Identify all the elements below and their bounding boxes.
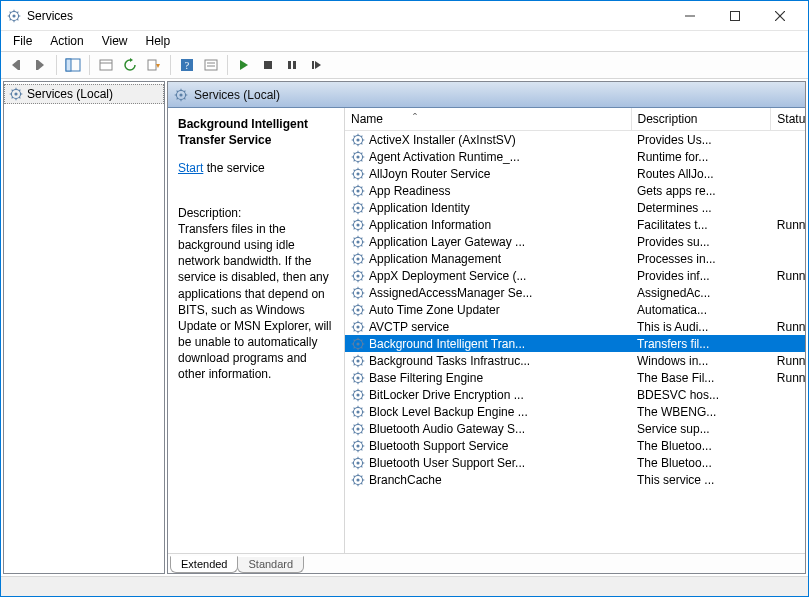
service-name: Agent Activation Runtime_... — [369, 150, 625, 164]
service-row-icon — [351, 456, 365, 470]
service-status — [771, 403, 805, 420]
service-row-icon — [351, 337, 365, 351]
service-row-icon — [351, 405, 365, 419]
menu-file[interactable]: File — [5, 32, 40, 50]
table-row[interactable]: Bluetooth Support ServiceThe Bluetoo...M… — [345, 437, 805, 454]
service-name: Bluetooth Support Service — [369, 439, 625, 453]
toolbar-properties-button[interactable] — [200, 54, 222, 76]
service-row-icon — [351, 439, 365, 453]
svg-marker-35 — [315, 61, 321, 69]
service-description: Gets apps re... — [631, 182, 771, 199]
properties-button[interactable] — [95, 54, 117, 76]
service-status — [771, 148, 805, 165]
maximize-button[interactable] — [712, 1, 757, 30]
table-row[interactable]: Base Filtering EngineThe Base Fil...Runn… — [345, 369, 805, 386]
sort-arrow-icon: ˆ — [413, 112, 417, 126]
table-row[interactable]: Auto Time Zone UpdaterAutomatica...Disab… — [345, 301, 805, 318]
forward-button[interactable] — [29, 54, 51, 76]
service-status: Running — [771, 267, 805, 284]
svg-rect-19 — [66, 59, 71, 71]
tab-extended[interactable]: Extended — [170, 556, 238, 573]
service-name: ActiveX Installer (AxInstSV) — [369, 133, 625, 147]
table-row[interactable]: Agent Activation Runtime_...Runtime for.… — [345, 148, 805, 165]
pause-service-button[interactable] — [281, 54, 303, 76]
services-list[interactable]: Nameˆ Description Status Startup Type Lo… — [345, 108, 805, 553]
table-row[interactable]: Application ManagementProcesses in...Man… — [345, 250, 805, 267]
close-button[interactable] — [757, 1, 802, 30]
table-row[interactable]: ActiveX Installer (AxInstSV)Provides Us.… — [345, 131, 805, 149]
minimize-button[interactable] — [667, 1, 712, 30]
service-description: BDESVC hos... — [631, 386, 771, 403]
col-name[interactable]: Nameˆ — [345, 108, 631, 131]
service-row-icon — [351, 150, 365, 164]
service-status — [771, 284, 805, 301]
description-label: Description: — [178, 205, 334, 221]
table-row[interactable]: Background Intelligent Tran...Transfers … — [345, 335, 805, 352]
table-row[interactable]: AssignedAccessManager Se...AssignedAc...… — [345, 284, 805, 301]
table-row[interactable]: Application Layer Gateway ...Provides su… — [345, 233, 805, 250]
service-name: Application Management — [369, 252, 625, 266]
show-hide-tree-button[interactable] — [62, 54, 84, 76]
view-tabs: Extended Standard — [168, 553, 805, 573]
service-description: Facilitates t... — [631, 216, 771, 233]
console-tree[interactable]: Services (Local) — [3, 81, 165, 574]
table-row[interactable]: BranchCacheThis service ...ManualNetw — [345, 471, 805, 488]
table-row[interactable]: BitLocker Drive Encryption ...BDESVC hos… — [345, 386, 805, 403]
service-detail-pane: Background Intelligent Transfer Service … — [168, 108, 344, 553]
service-description: Runtime for... — [631, 148, 771, 165]
menu-action[interactable]: Action — [42, 32, 91, 50]
stop-service-button[interactable] — [257, 54, 279, 76]
back-button[interactable] — [5, 54, 27, 76]
service-status — [771, 471, 805, 488]
service-name: App Readiness — [369, 184, 625, 198]
svg-rect-23 — [148, 60, 156, 70]
service-status — [771, 250, 805, 267]
table-row[interactable]: Bluetooth Audio Gateway S...Service sup.… — [345, 420, 805, 437]
service-description: Transfers fil... — [631, 335, 771, 352]
menu-help[interactable]: Help — [138, 32, 179, 50]
service-description: Provides su... — [631, 233, 771, 250]
service-description: Service sup... — [631, 420, 771, 437]
services-app-icon — [7, 8, 21, 24]
table-row[interactable]: Bluetooth User Support Ser...The Bluetoo… — [345, 454, 805, 471]
service-status — [771, 454, 805, 471]
service-row-icon — [351, 388, 365, 402]
service-status — [771, 301, 805, 318]
table-row[interactable]: Application IdentityDetermines ...Manual… — [345, 199, 805, 216]
tree-item-services-local[interactable]: Services (Local) — [4, 84, 164, 104]
help-button[interactable]: ? — [176, 54, 198, 76]
toolbar: ? — [1, 51, 808, 79]
export-list-button[interactable] — [143, 54, 165, 76]
table-row[interactable]: Background Tasks Infrastruc...Windows in… — [345, 352, 805, 369]
service-name: Application Identity — [369, 201, 625, 215]
table-row[interactable]: AllJoyn Router ServiceRoutes AllJo...Man… — [345, 165, 805, 182]
tree-item-label: Services (Local) — [27, 87, 113, 101]
refresh-button[interactable] — [119, 54, 141, 76]
table-row[interactable]: Block Level Backup Engine ...The WBENG..… — [345, 403, 805, 420]
table-row[interactable]: Application InformationFacilitates t...R… — [345, 216, 805, 233]
tab-standard[interactable]: Standard — [237, 556, 304, 573]
service-row-icon — [351, 184, 365, 198]
col-status[interactable]: Status — [771, 108, 805, 131]
results-header-title: Services (Local) — [194, 88, 280, 102]
service-description: Automatica... — [631, 301, 771, 318]
results-header-icon — [174, 88, 188, 102]
restart-service-button[interactable] — [305, 54, 327, 76]
svg-rect-20 — [100, 60, 112, 70]
table-row[interactable]: App ReadinessGets apps re...ManualLoca — [345, 182, 805, 199]
col-description[interactable]: Description — [631, 108, 771, 131]
start-service-button[interactable] — [233, 54, 255, 76]
table-row[interactable]: AVCTP serviceThis is Audi...RunningManua… — [345, 318, 805, 335]
service-status: Running — [771, 369, 805, 386]
svg-marker-22 — [130, 58, 133, 62]
selected-service-name: Background Intelligent Transfer Service — [178, 117, 308, 147]
window-title: Services — [27, 9, 73, 23]
service-row-icon — [351, 320, 365, 334]
description-text: Transfers files in the background using … — [178, 221, 334, 383]
start-service-link[interactable]: Start — [178, 161, 203, 175]
menu-view[interactable]: View — [94, 32, 136, 50]
service-name: Block Level Backup Engine ... — [369, 405, 625, 419]
svg-rect-11 — [730, 11, 739, 20]
table-row[interactable]: AppX Deployment Service (...Provides inf… — [345, 267, 805, 284]
svg-marker-30 — [240, 60, 248, 70]
